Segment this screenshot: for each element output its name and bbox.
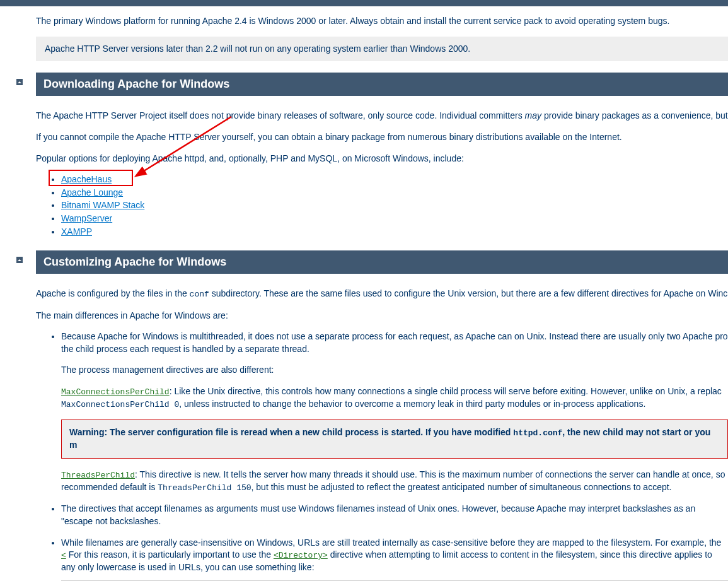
differences-list: Because Apache for Windows is multithrea… <box>61 331 728 581</box>
list-item: The directives that accept filenames as … <box>61 503 728 527</box>
link-wampserver[interactable]: WampServer <box>61 213 112 223</box>
link-apachehaus[interactable]: ApacheHaus <box>61 174 112 184</box>
intro-paragraph: The primary Windows platform for running… <box>36 15 728 28</box>
link-directive-trunc[interactable]: < <box>61 551 66 560</box>
download-links-list: ApacheHaus Apache Lounge Bitnami WAMP St… <box>61 173 728 238</box>
info-note-text: Apache HTTP Server versions later than 2… <box>45 44 470 54</box>
list-item: While filenames are generally case-insen… <box>61 537 728 581</box>
customize-p2: The main differences in Apache for Windo… <box>36 310 728 322</box>
customize-p1: Apache is configured by the files in the… <box>36 288 728 300</box>
list-item: Because Apache for Windows is multithrea… <box>61 331 728 494</box>
link-maxconnectionsperchild[interactable]: MaxConnectionsPerChild <box>61 387 170 397</box>
svg-line-0 <box>137 117 231 175</box>
download-p2: If you cannot compile the Apache HTTP Se… <box>36 131 728 144</box>
info-note: Apache HTTP Server versions later than 2… <box>36 37 728 62</box>
link-threadsperchild[interactable]: ThreadsPerChild <box>61 471 135 480</box>
link-bitnami[interactable]: Bitnami WAMP Stack <box>61 200 144 210</box>
warning-box: Warning: The server configuration file i… <box>61 420 728 459</box>
annotation-arrow-icon <box>130 114 238 183</box>
download-p3: Popular options for deploying Apache htt… <box>36 153 728 165</box>
section-heading-customize: Customizing Apache for Windows <box>36 250 728 274</box>
partial-header-banner <box>0 0 728 6</box>
collapse-icon[interactable] <box>16 257 23 263</box>
link-xampp[interactable]: XAMPP <box>61 226 92 237</box>
section-heading-download: Downloading Apache for Windows <box>36 73 728 96</box>
collapse-icon[interactable] <box>16 79 23 85</box>
link-directory-directive[interactable]: <Directory> <box>274 551 328 560</box>
link-apachelounge[interactable]: Apache Lounge <box>61 187 123 197</box>
download-p1: The Apache HTTP Server Project itself do… <box>36 110 728 122</box>
